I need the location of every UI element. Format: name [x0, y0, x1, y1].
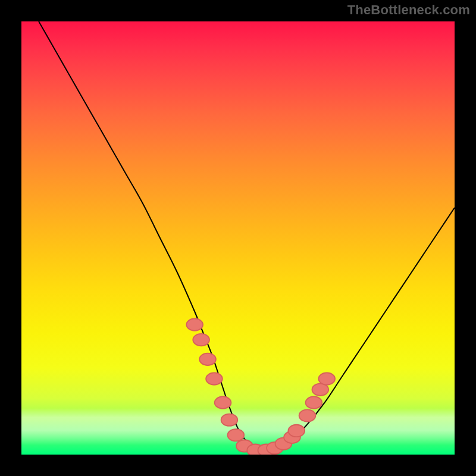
curve-marker	[199, 353, 216, 365]
curve-marker	[186, 318, 203, 330]
curve-marker	[228, 429, 245, 441]
marker-group	[186, 318, 335, 455]
curve-marker	[306, 396, 322, 408]
chart-frame: TheBottleneck.com	[0, 0, 476, 476]
curve-marker	[288, 425, 305, 437]
curve-marker	[193, 334, 209, 346]
curve-marker	[206, 372, 223, 384]
curve-marker	[299, 409, 316, 421]
plot-area	[21, 21, 455, 455]
curve-marker	[221, 414, 238, 426]
curve-marker	[318, 372, 335, 384]
bottleneck-curve	[39, 21, 455, 450]
curve-marker	[215, 396, 231, 408]
curve-layer	[21, 21, 455, 455]
watermark-text: TheBottleneck.com	[347, 2, 470, 18]
